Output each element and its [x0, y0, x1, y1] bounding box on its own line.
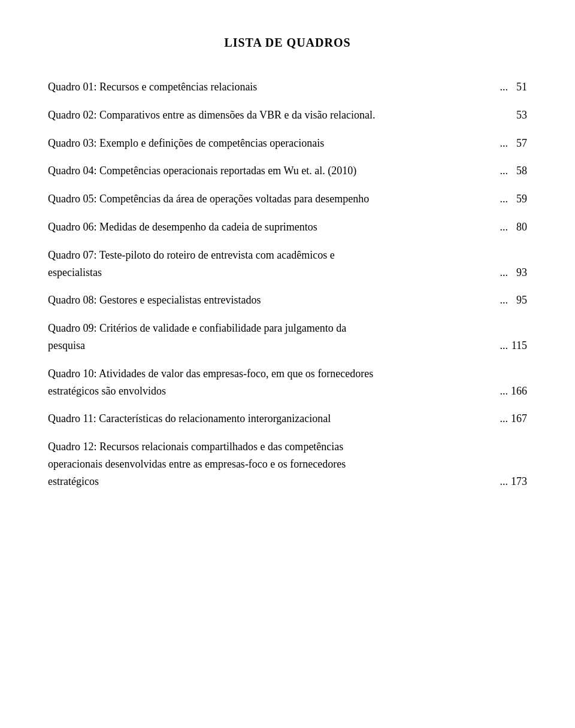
list-item: Quadro 02: Comparativos entre as dimensõ… [48, 107, 527, 124]
entry-line2: estratégicos são envolvidos...166 [48, 383, 527, 400]
list-item: Quadro 12: Recursos relacionais comparti… [48, 438, 527, 490]
list-item: Quadro 01: Recursos e competências relac… [48, 78, 527, 96]
entry-line1: Quadro 12: Recursos relacionais comparti… [48, 438, 527, 456]
entry-line3: estratégicos...173 [48, 473, 527, 490]
entry-dots: ... [500, 219, 509, 236]
list-item: Quadro 03: Exemplo e definições de compe… [48, 135, 527, 152]
entry-label: Quadro 03: Exemplo e definições de compe… [48, 135, 499, 152]
entry-label: Quadro 02: Comparativos entre as dimensõ… [48, 107, 507, 124]
entry-line1: Quadro 07: Teste-piloto do roteiro de en… [48, 247, 527, 264]
list-item: Quadro 09: Critérios de validade e confi… [48, 320, 527, 354]
entry-line2: pesquisa...115 [48, 337, 527, 354]
entry-page: 51 [509, 78, 527, 96]
entry-dots: ... [500, 78, 509, 96]
entry-page: 167 [509, 410, 527, 427]
entry-dots: ... [500, 162, 509, 180]
list-item: Quadro 04: Competências operacionais rep… [48, 162, 527, 180]
entry-page: 58 [509, 162, 527, 180]
list-item: Quadro 08: Gestores e especialistas entr… [48, 292, 527, 309]
entry-dots: ... [500, 410, 509, 427]
entry-line1: Quadro 09: Critérios de validade e confi… [48, 320, 527, 337]
entry-dots: ... [500, 135, 509, 152]
entry-label: Quadro 11: Características do relacionam… [48, 410, 499, 427]
entry-label: Quadro 01: Recursos e competências relac… [48, 78, 499, 96]
entries-list: Quadro 01: Recursos e competências relac… [48, 78, 527, 490]
entry-dots: ... [500, 292, 509, 309]
list-item: Quadro 07: Teste-piloto do roteiro de en… [48, 247, 527, 281]
list-item: Quadro 11: Características do relacionam… [48, 410, 527, 427]
entry-page: 95 [509, 292, 527, 309]
entry-page: 59 [509, 190, 527, 208]
entry-line2: operacionais desenvolvidas entre as empr… [48, 456, 527, 473]
entry-page: 57 [509, 135, 527, 152]
entry-line1: Quadro 10: Atividades de valor das empre… [48, 365, 527, 383]
entry-label: Quadro 05: Competências da área de opera… [48, 190, 499, 208]
entry-line2: especialistas...93 [48, 264, 527, 281]
entry-page: 53 [509, 107, 527, 124]
entry-page: 80 [509, 219, 527, 236]
list-item: Quadro 10: Atividades de valor das empre… [48, 365, 527, 400]
entry-label: Quadro 08: Gestores e especialistas entr… [48, 292, 499, 309]
entry-label: Quadro 04: Competências operacionais rep… [48, 162, 499, 180]
entry-dots: ... [500, 190, 509, 208]
list-item: Quadro 05: Competências da área de opera… [48, 190, 527, 208]
entry-label: Quadro 06: Medidas de desempenho da cade… [48, 219, 499, 236]
page-title: LISTA DE QUADROS [48, 36, 527, 50]
list-item: Quadro 06: Medidas de desempenho da cade… [48, 219, 527, 236]
